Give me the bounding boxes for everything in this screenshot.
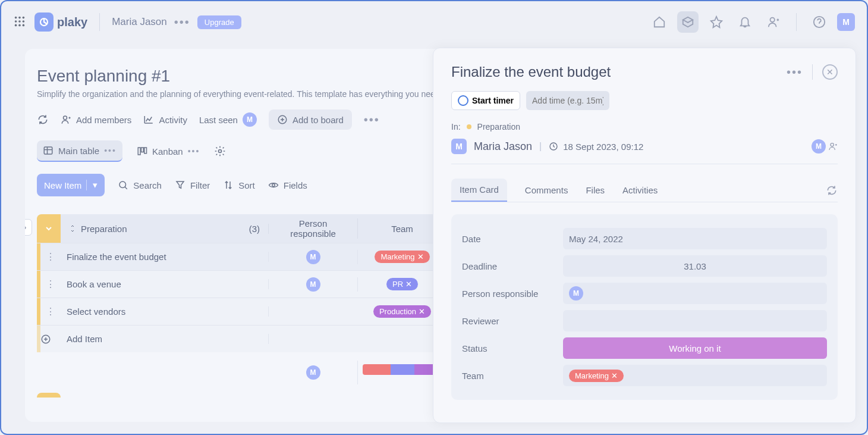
svg-rect-15 — [138, 148, 140, 155]
field-deadline-value[interactable]: 31.03 — [563, 255, 827, 277]
search-button[interactable]: Search — [118, 180, 162, 190]
field-reviewer-value[interactable] — [563, 310, 827, 331]
svg-point-23 — [831, 143, 834, 146]
in-group-row: In: Preparation — [451, 122, 838, 132]
fields-card: Date May 24, 2022 Deadline 31.03 Person … — [451, 214, 838, 400]
user-avatar[interactable]: M — [837, 13, 855, 31]
add-viewer-icon[interactable] — [828, 142, 838, 151]
row-person[interactable]: M — [269, 250, 358, 264]
star-icon[interactable] — [706, 11, 727, 33]
group-color-dot — [467, 124, 471, 129]
close-icon[interactable]: ✕ — [822, 64, 838, 80]
in-value[interactable]: Preparation — [477, 122, 520, 132]
tab-files[interactable]: Files — [586, 179, 605, 201]
item-panel: Finalize the event budget ••• ✕ Start ti… — [433, 48, 856, 423]
expand-sidebar-button[interactable]: › — [25, 219, 32, 236]
field-date-value[interactable]: May 24, 2022 — [563, 228, 827, 249]
add-item-label: Add Item — [61, 334, 269, 344]
add-to-board-button[interactable]: Add to board — [269, 109, 352, 130]
box-icon[interactable] — [677, 11, 699, 33]
field-status-value[interactable]: Working on it — [563, 337, 827, 359]
column-name-header[interactable]: Preparation (3) — [61, 224, 269, 234]
new-item-button[interactable]: New Item ▾ — [37, 174, 105, 196]
in-label: In: — [451, 122, 461, 132]
sort-label: Sort — [238, 180, 255, 190]
row-person[interactable]: M — [269, 277, 358, 292]
team-tag[interactable]: Marketing ✕ — [375, 251, 429, 263]
viewer-avatar[interactable]: M — [812, 139, 826, 154]
team-tag[interactable]: Production ✕ — [373, 305, 431, 318]
more-icon[interactable]: ••• — [174, 15, 190, 29]
home-icon[interactable] — [649, 11, 670, 33]
tab-activities[interactable]: Activities — [622, 179, 658, 201]
svg-point-10 — [770, 18, 775, 22]
topbar-right: M — [649, 11, 855, 33]
tab-comments[interactable]: Comments — [525, 179, 568, 201]
tab-main-table-label: Main table — [58, 146, 99, 156]
field-reviewer-label: Reviewer — [462, 316, 551, 326]
apps-grid-icon[interactable] — [13, 15, 27, 29]
tab-kanban[interactable]: Kanban ••• — [131, 141, 206, 161]
tab-item-card[interactable]: Item Card — [451, 179, 507, 202]
person-avatar: M — [306, 250, 320, 264]
timer-icon — [458, 95, 468, 106]
svg-point-19 — [119, 181, 126, 188]
sort-button[interactable]: Sort — [223, 180, 255, 190]
fields-button[interactable]: Fields — [268, 180, 307, 190]
sync-icon[interactable] — [37, 114, 49, 126]
chevron-down-icon[interactable]: ▾ — [86, 180, 98, 190]
settings-icon[interactable] — [214, 145, 226, 157]
created-date: 18 Sept 2023, 09:12 — [549, 142, 643, 152]
row-name[interactable]: Finalize the event budget — [61, 252, 269, 262]
next-group-hint — [37, 393, 61, 398]
add-members-label: Add members — [76, 115, 131, 125]
last-seen-label: Last seen — [199, 115, 238, 125]
start-timer-button[interactable]: Start timer — [451, 91, 520, 110]
team-tag[interactable]: PR ✕ — [386, 278, 418, 290]
column-person-header[interactable]: Person responsible — [269, 218, 358, 239]
last-seen-button[interactable]: Last seen M — [199, 112, 257, 127]
svg-point-20 — [272, 184, 275, 187]
activity-button[interactable]: Activity — [143, 114, 187, 125]
field-status-label: Status — [462, 343, 551, 353]
logo[interactable]: plaky — [34, 12, 87, 32]
add-to-board-label: Add to board — [293, 115, 344, 125]
panel-more-icon[interactable]: ••• — [787, 65, 803, 79]
team-tag[interactable]: Marketing ✕ — [569, 370, 624, 382]
tab-main-table[interactable]: Main table ••• — [37, 140, 122, 162]
tab-more-icon[interactable]: ••• — [188, 146, 200, 156]
row-handle-icon[interactable]: ⋮ — [40, 306, 61, 317]
svg-point-0 — [15, 17, 17, 19]
svg-point-1 — [18, 17, 21, 19]
upgrade-button[interactable]: Upgrade — [197, 15, 241, 29]
start-timer-label: Start timer — [472, 96, 514, 105]
panel-tabs: Item Card Comments Files Activities — [451, 179, 838, 202]
row-handle-icon[interactable]: ⋮ — [40, 251, 61, 262]
fields-label: Fields — [284, 180, 307, 190]
logo-text: plaky — [57, 15, 87, 29]
help-icon[interactable] — [809, 11, 830, 33]
owner-name: Maria Jason — [474, 140, 532, 153]
row-color-stripe — [37, 326, 40, 352]
field-team-value[interactable]: Marketing ✕ — [563, 365, 827, 386]
toolbar-more-icon[interactable]: ••• — [364, 113, 380, 127]
row-handle-icon[interactable]: ⋮ — [40, 278, 61, 290]
owner-avatar: M — [451, 139, 467, 154]
topbar: plaky Maria Jason ••• Upgrade M — [1, 1, 867, 43]
svg-rect-17 — [144, 148, 147, 154]
field-person-value[interactable]: M — [563, 283, 827, 304]
svg-point-5 — [23, 20, 25, 23]
panel-sync-icon[interactable] — [826, 184, 838, 196]
tab-more-icon[interactable]: ••• — [104, 146, 117, 155]
workspace-name[interactable]: Maria Jason — [112, 16, 167, 28]
divider — [99, 13, 100, 31]
svg-rect-14 — [44, 147, 52, 154]
filter-button[interactable]: Filter — [175, 180, 210, 190]
invite-icon[interactable] — [763, 11, 784, 33]
row-name[interactable]: Select vendors — [61, 306, 269, 317]
group-collapse-button[interactable] — [37, 214, 61, 243]
bell-icon[interactable] — [734, 11, 756, 33]
row-name[interactable]: Book a venue — [61, 279, 269, 289]
add-members-button[interactable]: Add members — [61, 114, 131, 125]
add-time-input[interactable] — [526, 91, 609, 110]
